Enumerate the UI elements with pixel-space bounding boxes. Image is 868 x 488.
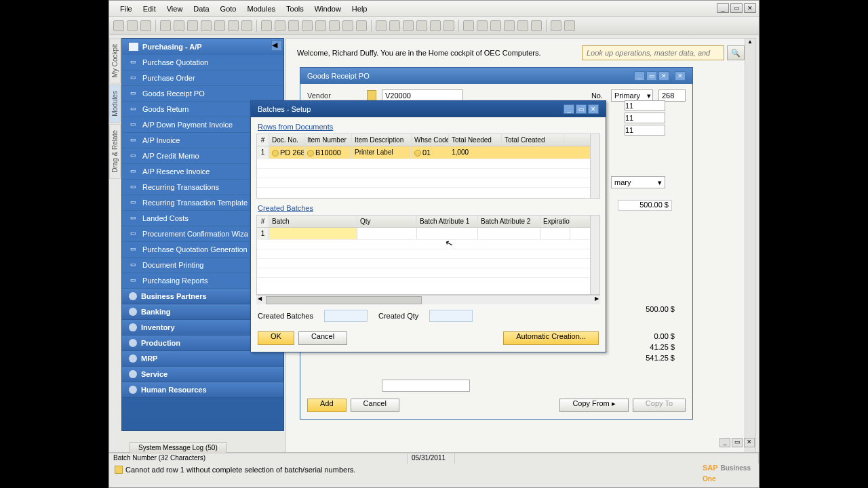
tb-help-icon[interactable] [531, 20, 542, 31]
status-max-button[interactable]: ▭ [732, 438, 743, 447]
tb-prev-icon[interactable] [275, 20, 285, 31]
close-button[interactable]: ✕ [744, 3, 756, 13]
add-button[interactable]: Add [307, 399, 347, 412]
menu-modules[interactable]: Modules [241, 3, 281, 15]
copy-to-button[interactable]: Copy To [633, 399, 686, 412]
tb-mail-icon[interactable] [356, 20, 367, 31]
tb-a2-icon[interactable] [389, 20, 400, 31]
col-whse-code[interactable]: Whse Code [412, 134, 449, 146]
grpo-min-button[interactable]: _ [634, 71, 645, 81]
search-button[interactable]: 🔍 [727, 45, 745, 60]
sidebar-item-goods-receipt-po[interactable]: Goods Receipt PO [122, 86, 283, 102]
table1-scrollbar[interactable] [590, 134, 599, 198]
main-scrollbar[interactable] [745, 39, 755, 460]
summary-select[interactable]: mary▾ [611, 176, 665, 188]
tb-a1-icon[interactable] [376, 20, 387, 31]
tb-excel-icon[interactable] [187, 20, 198, 31]
menu-goto[interactable]: Goto [215, 3, 242, 15]
grpo-titlebar[interactable]: Goods Receipt PO _ ▭ ✕ ✕ [300, 68, 692, 84]
tb-nav2-icon[interactable] [329, 20, 340, 31]
document-row-1[interactable]: 1 PD 268 B10000 Printer Label 01 1,000 [257, 146, 599, 159]
col-total-needed[interactable]: Total Needed [449, 134, 502, 146]
grpo-max-button[interactable]: ▭ [646, 71, 657, 81]
tb-new-icon[interactable] [113, 20, 124, 31]
col-item-number[interactable]: Item Number [304, 134, 352, 146]
vendor-link-icon[interactable] [367, 90, 376, 101]
col2-qty[interactable]: Qty [357, 216, 417, 227]
link-arrow-icon[interactable] [414, 150, 421, 157]
grpo-cancel-button[interactable]: Cancel [351, 399, 399, 412]
ok-button[interactable]: OK [258, 331, 294, 345]
tb-word-icon[interactable] [201, 20, 212, 31]
col2-batch-attr-1[interactable]: Batch Attribute 1 [417, 216, 478, 227]
created-batches-total-input[interactable] [324, 310, 368, 322]
sidebar-item-purchase-order[interactable]: Purchase Order [122, 70, 283, 86]
tb-filter-icon[interactable] [342, 20, 353, 31]
menu-file[interactable]: File [115, 3, 138, 15]
restore-button[interactable]: ▭ [730, 3, 743, 13]
tb-query-icon[interactable] [490, 20, 501, 31]
tb-a3-icon[interactable] [403, 20, 414, 31]
menu-window[interactable]: Window [309, 3, 347, 15]
col-total-created[interactable]: Total Created [502, 134, 564, 146]
sidebar-cat-mrp[interactable]: MRP [122, 351, 283, 367]
copy-from-button[interactable]: Copy From ▸ [559, 399, 628, 412]
tb-edit-icon[interactable] [463, 20, 474, 31]
tb-print-icon[interactable] [127, 20, 138, 31]
batches-close-button[interactable]: ✕ [588, 104, 599, 114]
remarks-input[interactable] [382, 380, 470, 392]
status-min-button[interactable]: _ [719, 438, 730, 447]
col-item-description[interactable]: Item Description [352, 134, 412, 146]
tb-copy-icon[interactable] [160, 20, 171, 31]
vtab-drag-relate[interactable]: Drag & Relate [109, 124, 121, 179]
link-arrow-icon[interactable] [307, 150, 314, 157]
menu-tools[interactable]: Tools [281, 3, 309, 15]
batches-min-button[interactable]: _ [564, 104, 574, 114]
rows-from-documents-label[interactable]: Rows from Documents [251, 117, 606, 134]
sidebar-cat-service[interactable]: Service [122, 367, 283, 382]
minimize-button[interactable]: _ [717, 3, 729, 13]
batches-cancel-button[interactable]: Cancel [298, 331, 347, 345]
menu-view[interactable]: View [161, 3, 189, 15]
tb-last-icon[interactable] [302, 20, 313, 31]
tb-paste-icon[interactable] [174, 20, 184, 31]
created-batches-label[interactable]: Created Batches [251, 199, 606, 215]
table2-scrollbar[interactable] [590, 216, 599, 294]
menu-help[interactable]: Help [347, 3, 373, 15]
tb-b2-icon[interactable] [564, 20, 575, 31]
vtab-cockpit[interactable]: My Cockpit [109, 38, 121, 83]
batches-titlebar[interactable]: Batches - Setup _ ▭ ✕ [251, 101, 606, 117]
batch-row-1[interactable]: 1 [257, 228, 599, 239]
date-2-input[interactable] [625, 113, 665, 123]
vtab-modules[interactable]: Modules [109, 85, 121, 123]
batch-cell-editing[interactable] [269, 228, 357, 239]
col-num[interactable]: # [257, 134, 269, 146]
search-input[interactable] [582, 45, 724, 60]
tb-a6-icon[interactable] [443, 20, 454, 31]
tb-nav1-icon[interactable] [315, 20, 326, 31]
tb-calendar-icon[interactable] [517, 20, 528, 31]
tb-first-icon[interactable] [261, 20, 272, 31]
status-close-button[interactable]: ✕ [744, 438, 755, 447]
col2-batch[interactable]: Batch [269, 216, 357, 227]
tb-alert-icon[interactable] [504, 20, 515, 31]
sidebar-collapse-button[interactable]: ◀ [271, 40, 282, 51]
tb-next-icon[interactable] [288, 20, 299, 31]
sidebar-cat-hr[interactable]: Human Resources [122, 382, 283, 398]
tb-find-icon[interactable] [477, 20, 488, 31]
table2-hscrollbar[interactable] [256, 295, 600, 304]
automatic-creation-button[interactable]: Automatic Creation... [503, 331, 599, 345]
menu-data[interactable]: Data [188, 3, 214, 15]
sidebar-header[interactable]: Purchasing - A/P [122, 39, 283, 55]
tb-pdf-icon[interactable] [214, 20, 225, 31]
created-qty-input[interactable] [429, 310, 473, 322]
batches-max-button[interactable]: ▭ [576, 104, 587, 114]
date-3-input[interactable] [625, 125, 665, 136]
grpo-close1-button[interactable]: ✕ [658, 71, 669, 81]
tb-lock-icon[interactable] [241, 20, 252, 31]
tb-a5-icon[interactable] [430, 20, 441, 31]
tb-a4-icon[interactable] [416, 20, 427, 31]
col2-num[interactable]: # [257, 216, 269, 227]
system-message-log-tab[interactable]: System Message Log (50) [130, 442, 226, 453]
col2-expiration[interactable]: Expiratio... [540, 216, 570, 227]
